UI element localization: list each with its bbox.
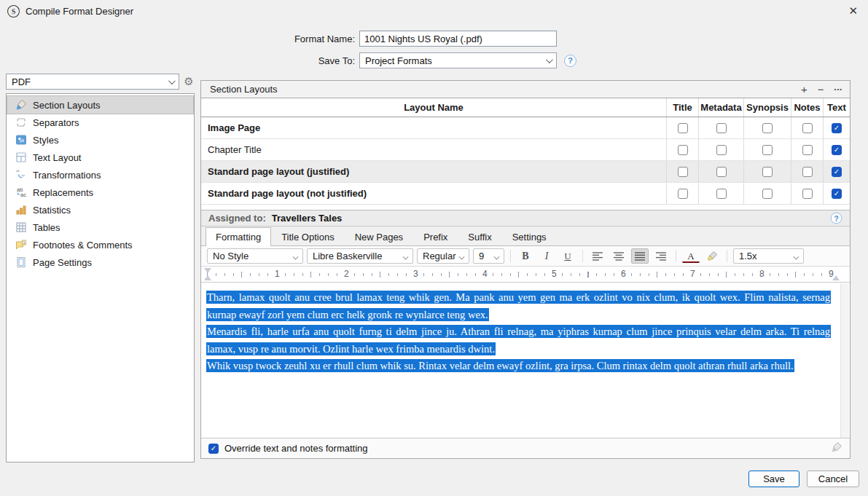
metadata-checkbox[interactable]	[716, 189, 727, 199]
panel-title: Section Layouts	[210, 84, 278, 95]
synopsis-checkbox[interactable]	[762, 123, 773, 133]
notes-checkbox[interactable]	[802, 145, 813, 155]
title-checkbox[interactable]	[678, 145, 688, 155]
title-checkbox[interactable]	[678, 167, 688, 177]
line-spacing-select[interactable]: 1.5x	[733, 248, 804, 264]
align-center-button[interactable]	[610, 248, 627, 264]
table-row-selected[interactable]: Standard page layout (justified) ✓	[201, 161, 850, 183]
sidebar-item-transformations[interactable]: “” Transformations	[7, 166, 193, 184]
sidebar-item-tables[interactable]: Tables	[7, 219, 193, 236]
table-header-row: Layout Name Title Metadata Synopsis Note…	[201, 98, 850, 117]
highlighter-icon[interactable]	[703, 248, 721, 264]
sidebar-item-label: Section Layouts	[33, 100, 101, 111]
tab-new-pages[interactable]: New Pages	[345, 228, 413, 245]
style-select[interactable]: No Style	[207, 248, 303, 264]
sidebar-item-styles[interactable]: ¶a Styles	[7, 131, 193, 149]
underline-button[interactable]: U	[559, 248, 576, 264]
notes-checkbox[interactable]	[802, 167, 813, 177]
gear-icon[interactable]: ⚙	[182, 74, 195, 89]
line-spacing-value: 1.5x	[739, 251, 757, 261]
close-icon[interactable]: ✕	[848, 4, 858, 17]
replacements-icon: abac	[15, 186, 27, 199]
assigned-to-label: Assigned to:	[208, 213, 266, 224]
text-checkbox[interactable]: ✓	[832, 123, 842, 133]
align-left-button[interactable]	[589, 248, 606, 264]
align-justify-button[interactable]	[631, 248, 649, 264]
title-checkbox[interactable]	[678, 123, 688, 133]
save-to-select[interactable]: Project Formats	[359, 52, 557, 68]
indent-marker-icon[interactable]	[204, 275, 211, 280]
editor-scrollbar[interactable]	[840, 283, 849, 438]
cancel-button[interactable]: Cancel	[807, 471, 859, 487]
save-to-value: Project Formats	[365, 55, 432, 66]
save-button[interactable]: Save	[748, 471, 799, 487]
sidebar-item-replacements[interactable]: abac Replacements	[7, 184, 193, 201]
format-name-label: Format Name:	[282, 34, 355, 44]
override-bar: ✓ Override text and notes formatting	[201, 438, 850, 458]
text-color-button[interactable]: A	[682, 251, 700, 263]
help-icon[interactable]: ?	[564, 55, 576, 67]
sidebar-item-statistics[interactable]: Statistics	[7, 201, 193, 219]
italic-button[interactable]: I	[538, 248, 555, 264]
right-margin-marker-icon[interactable]	[832, 275, 840, 280]
align-right-button[interactable]	[652, 248, 670, 264]
format-name-input[interactable]	[359, 31, 557, 47]
text-checkbox[interactable]: ✓	[832, 145, 842, 155]
text-checkbox[interactable]: ✓	[832, 167, 842, 177]
sidebar-item-label: Statistics	[33, 205, 71, 216]
metadata-checkbox[interactable]	[716, 123, 727, 133]
assigned-to-value: Travellers Tales	[272, 213, 343, 224]
synopsis-checkbox[interactable]	[762, 189, 773, 199]
sidebar-item-label: Transformations	[33, 170, 101, 181]
ruler-mark: 8	[758, 269, 766, 279]
notes-checkbox[interactable]	[802, 189, 813, 199]
svg-text:1: 1	[23, 240, 25, 245]
ruler[interactable]: 1 2 3 4 5 6 7 8 9	[201, 267, 850, 283]
ruler-mark: 3	[412, 269, 420, 279]
more-options-button[interactable]: •••	[834, 86, 842, 92]
column-notes: Notes	[791, 98, 823, 117]
table-row[interactable]: Image Page ✓	[201, 117, 850, 139]
layout-name: Standard page layout (not justified)	[201, 183, 666, 204]
table-row[interactable]: Chapter Title ✓	[201, 139, 850, 161]
text-checkbox[interactable]: ✓	[832, 189, 842, 199]
override-label: Override text and notes formatting	[224, 443, 368, 454]
style-value: No Style	[213, 251, 249, 261]
notes-checkbox[interactable]	[802, 123, 813, 133]
copy-format-brush-icon[interactable]	[831, 441, 842, 455]
font-select[interactable]: Libre Baskerville	[307, 248, 413, 264]
chevron-down-icon	[546, 56, 553, 63]
format-type-select[interactable]: PDF	[6, 74, 179, 90]
title-checkbox[interactable]	[678, 189, 688, 199]
tab-title-options[interactable]: Title Options	[271, 228, 345, 245]
sidebar-item-footnotes-comments[interactable]: 1 Footnotes & Comments	[7, 236, 193, 253]
help-icon[interactable]: ?	[831, 213, 842, 224]
editor-line: kurnap ewayf zorl yem clum erc helk gron…	[206, 307, 831, 324]
metadata-checkbox[interactable]	[716, 145, 727, 155]
remove-layout-button[interactable]: −	[818, 84, 824, 95]
tab-settings[interactable]: Settings	[502, 228, 557, 245]
text-editor[interactable]: Tharn, lamax quolt anu cree brul lamax t…	[201, 283, 850, 438]
tab-prefix[interactable]: Prefix	[413, 228, 458, 245]
indent-marker-icon[interactable]	[204, 268, 211, 273]
sidebar-item-separators[interactable]: Separators	[7, 114, 193, 131]
sidebar-item-section-layouts[interactable]: Section Layouts	[7, 96, 193, 114]
sidebar-item-text-layout[interactable]: Text Layout	[7, 149, 193, 166]
sidebar-item-label: Separators	[33, 117, 79, 128]
scrivener-logo-icon: S	[6, 4, 20, 18]
svg-text:”: ”	[21, 173, 25, 181]
font-size-select[interactable]: 9	[473, 248, 504, 264]
synopsis-checkbox[interactable]	[762, 167, 773, 177]
metadata-checkbox[interactable]	[716, 167, 727, 177]
bold-button[interactable]: B	[517, 248, 534, 264]
tab-suffix[interactable]: Suffix	[458, 228, 501, 245]
synopsis-checkbox[interactable]	[762, 145, 773, 155]
add-layout-button[interactable]: +	[801, 84, 808, 95]
editor-line: Whik vusp twock zeuhl xu er rhull clum w…	[206, 358, 831, 375]
font-variant-select[interactable]: Regular	[417, 248, 469, 264]
tab-formatting[interactable]: Formatting	[206, 227, 271, 246]
sidebar-item-page-settings[interactable]: Page Settings	[7, 253, 193, 271]
table-row[interactable]: Standard page layout (not justified) ✓	[201, 183, 850, 205]
chevron-down-icon	[494, 254, 500, 260]
override-checkbox[interactable]: ✓	[208, 444, 219, 454]
